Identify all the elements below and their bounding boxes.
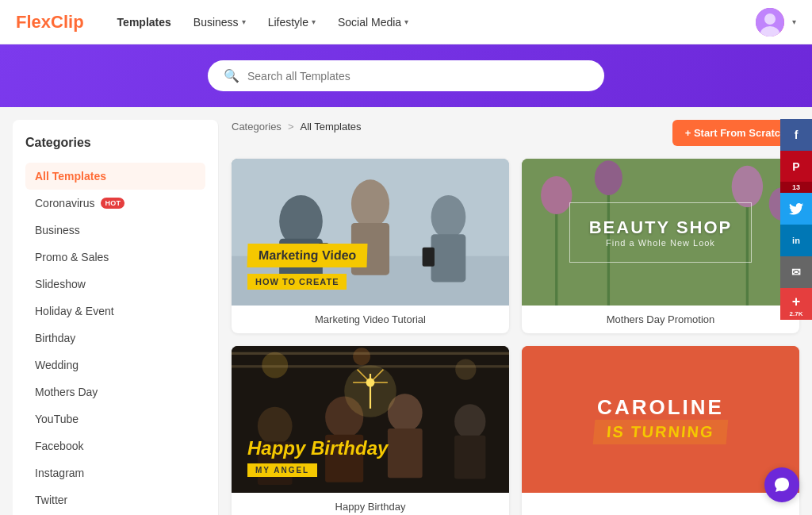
social-plus-button[interactable]: + 2.7K <box>780 288 812 320</box>
sidebar-item-birthday[interactable]: Birthday <box>25 325 205 352</box>
sidebar-item-promo[interactable]: Promo & Sales <box>25 244 205 271</box>
marketing-sub-badge: HOW TO CREATE <box>247 274 347 290</box>
template-thumb-birthday: Happy Birthday MY ANGEL <box>232 346 509 493</box>
sidebar-item-slideshow[interactable]: Slideshow <box>25 271 205 298</box>
template-label-birthday: Happy Birthday <box>232 493 509 515</box>
chat-bubble-button[interactable] <box>764 467 799 502</box>
template-thumb-beauty: BEAUTY SHOP Find a Whole New Look <box>522 159 799 306</box>
svg-rect-11 <box>423 248 435 267</box>
social-facebook-button[interactable]: f <box>780 119 812 151</box>
template-card-caroline[interactable]: CAROLINE IS TURNING <box>522 346 799 515</box>
nav-templates[interactable]: Templates <box>108 10 181 35</box>
sidebar-item-twitter[interactable]: Twitter <box>25 486 205 513</box>
breadcrumb-root: Categories <box>232 121 282 133</box>
svg-rect-35 <box>388 429 423 478</box>
sidebar-item-facebook[interactable]: Facebook <box>25 432 205 459</box>
svg-rect-28 <box>232 352 509 355</box>
logo-flex: Flex <box>16 12 51 32</box>
caroline-sub: IS TURNING <box>593 420 728 444</box>
sidebar-item-mothers[interactable]: Mothers Day <box>25 379 205 405</box>
beauty-title: BEAUTY SHOP <box>589 217 733 238</box>
nav: Templates Business ▾ Lifestyle ▾ Social … <box>108 10 756 35</box>
template-card-birthday[interactable]: Happy Birthday MY ANGEL Happy Birthday <box>232 346 509 515</box>
breadcrumb-separator: > <box>288 121 294 133</box>
breadcrumb-current: All Templates <box>300 121 361 133</box>
logo-clip: Clip <box>51 12 84 32</box>
main-content: Categories All Templates Coronavirus HOT… <box>0 107 812 515</box>
search-input[interactable] <box>247 70 588 83</box>
avatar[interactable] <box>756 8 784 37</box>
template-label-marketing: Marketing Video Tutorial <box>232 306 509 333</box>
social-pinterest-button[interactable]: P 13 <box>780 151 812 183</box>
svg-point-26 <box>455 359 476 379</box>
social-media-chevron-icon: ▾ <box>404 17 408 26</box>
template-card-beauty[interactable]: BEAUTY SHOP Find a Whole New Look Mother… <box>522 159 799 333</box>
hot-badge: HOT <box>101 198 124 209</box>
logo[interactable]: FlexClip <box>16 12 84 33</box>
marketing-title-badge: Marketing Video <box>247 244 367 267</box>
avatar-chevron-icon: ▾ <box>792 17 796 26</box>
breadcrumb-row: Categories > All Templates + Start From … <box>232 120 799 146</box>
header-right: ▾ <box>756 8 796 37</box>
marketing-overlay: Marketing Video HOW TO CREATE <box>247 244 367 290</box>
template-card-marketing[interactable]: Marketing Video HOW TO CREATE Marketing … <box>232 159 509 333</box>
social-linkedin-button[interactable]: in <box>780 225 812 256</box>
business-chevron-icon: ▾ <box>242 17 246 26</box>
svg-point-36 <box>454 404 485 439</box>
sidebar-item-wedding[interactable]: Wedding <box>25 352 205 379</box>
svg-point-9 <box>431 195 466 239</box>
birthday-title: Happy Birthday <box>247 438 388 459</box>
template-label-caroline <box>522 493 799 509</box>
social-twitter-button[interactable] <box>780 193 812 225</box>
plus-count: 2.7K <box>790 310 803 317</box>
svg-point-7 <box>351 179 389 228</box>
sidebar-item-all[interactable]: All Templates <box>25 163 205 190</box>
sidebar-item-holiday[interactable]: Holiday & Event <box>25 298 205 325</box>
beauty-overlay: BEAUTY SHOP Find a Whole New Look <box>569 202 753 263</box>
caroline-name: CAROLINE <box>594 395 727 420</box>
nav-lifestyle[interactable]: Lifestyle ▾ <box>259 10 325 35</box>
sidebar: Categories All Templates Coronavirus HOT… <box>13 120 219 515</box>
pinterest-count: 13 <box>780 182 812 193</box>
birthday-sub: MY ANGEL <box>247 463 317 477</box>
sidebar-item-business[interactable]: Business <box>25 217 205 244</box>
search-icon: 🔍 <box>224 68 239 83</box>
content-area: Categories > All Templates + Start From … <box>219 107 812 515</box>
sidebar-item-youtube[interactable]: YouTube <box>25 405 205 432</box>
template-thumb-caroline: CAROLINE IS TURNING <box>522 346 799 493</box>
svg-point-1 <box>764 13 776 25</box>
svg-rect-10 <box>431 234 466 282</box>
sidebar-item-coronavirus[interactable]: Coronavirus HOT <box>25 190 205 217</box>
svg-rect-37 <box>454 436 485 479</box>
search-banner: 🔍 <box>0 44 812 107</box>
svg-point-25 <box>353 348 370 365</box>
nav-social-media[interactable]: Social Media ▾ <box>328 10 418 35</box>
social-bar: f P 13 in ✉ + 2.7K <box>780 119 812 320</box>
sidebar-title: Categories <box>25 136 205 150</box>
nav-business[interactable]: Business ▾ <box>184 10 255 35</box>
svg-point-44 <box>366 379 375 387</box>
birthday-overlay: Happy Birthday MY ANGEL <box>247 438 388 477</box>
header: FlexClip Templates Business ▾ Lifestyle … <box>0 0 812 44</box>
social-email-button[interactable]: ✉ <box>780 256 812 288</box>
sidebar-item-instagram[interactable]: Instagram <box>25 459 205 486</box>
caroline-content: CAROLINE IS TURNING <box>594 395 727 444</box>
template-thumb-marketing: Marketing Video HOW TO CREATE <box>232 159 509 306</box>
search-box: 🔍 <box>208 60 604 91</box>
template-label-beauty: Mothers Day Promotion <box>522 306 799 333</box>
breadcrumb: Categories > All Templates <box>232 121 362 133</box>
template-grid: Marketing Video HOW TO CREATE Marketing … <box>232 159 799 515</box>
beauty-sub: Find a Whole New Look <box>589 238 733 248</box>
lifestyle-chevron-icon: ▾ <box>312 17 316 26</box>
